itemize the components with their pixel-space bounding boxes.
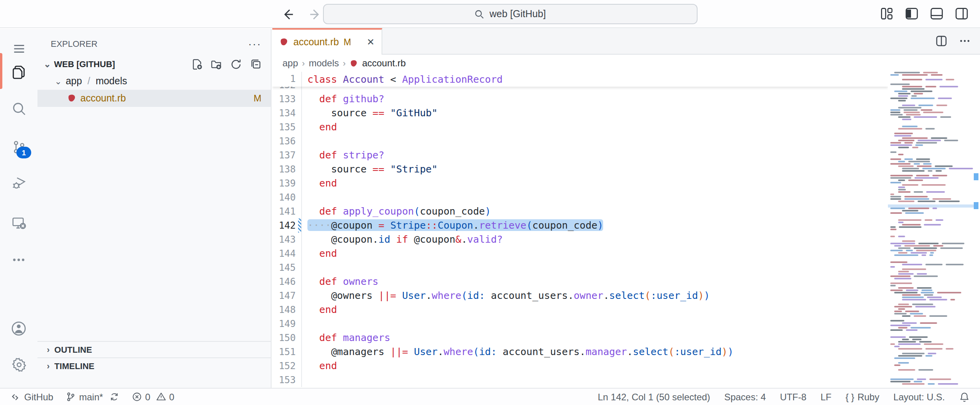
forward-arrow-icon[interactable] (307, 6, 323, 22)
code-line[interactable]: 144 end (272, 247, 888, 261)
line-number[interactable]: 143 (272, 233, 301, 247)
git-branch-status[interactable]: main* (66, 391, 119, 402)
search-view-icon[interactable] (0, 95, 37, 122)
explorer-icon[interactable] (0, 59, 37, 86)
line-number[interactable]: 144 (272, 247, 301, 261)
code-line[interactable]: 136 (272, 134, 888, 148)
line-content[interactable]: def managers (301, 331, 888, 345)
remote-explorer-icon[interactable] (0, 210, 37, 236)
refresh-icon[interactable] (230, 58, 242, 70)
line-content[interactable]: source == "GitHub" (301, 106, 888, 120)
line-number[interactable]: 133 (272, 92, 301, 106)
line-number[interactable]: 151 (272, 345, 301, 359)
line-number[interactable]: 136 (272, 134, 301, 148)
editor-more-actions-icon[interactable] (959, 35, 971, 47)
code-line[interactable]: 148 end (272, 303, 888, 317)
line-content[interactable]: ····@coupon = Stripe::Coupon.retrieve(co… (301, 218, 888, 233)
code-line[interactable]: 145 (272, 261, 888, 275)
problems-status[interactable]: 0 0 (132, 391, 174, 402)
line-content[interactable]: end (301, 303, 888, 317)
tree-item-account-rb[interactable]: account.rb M (37, 90, 271, 107)
encoding-status[interactable]: UTF-8 (780, 391, 806, 402)
line-content[interactable]: end (301, 176, 888, 190)
line-number[interactable]: 149 (272, 317, 301, 331)
line-number[interactable]: 141 (272, 204, 301, 218)
code-line[interactable]: 134 source == "GitHub" (272, 106, 888, 120)
breadcrumb-models[interactable]: models (309, 58, 339, 69)
line-number[interactable]: 150 (272, 331, 301, 345)
code-line[interactable]: 140 (272, 190, 888, 204)
breadcrumb-file[interactable]: account.rb (362, 58, 406, 69)
line-content[interactable] (301, 190, 888, 204)
tab-account-rb[interactable]: account.rb M ✕ (272, 28, 382, 55)
line-content[interactable] (301, 134, 888, 148)
code-line[interactable]: 150 def managers (272, 331, 888, 345)
run-debug-icon[interactable] (0, 169, 37, 196)
line-content[interactable]: source == "Stripe" (301, 162, 888, 176)
toggle-primary-sidebar-icon[interactable] (904, 6, 919, 21)
line-number[interactable]: 140 (272, 190, 301, 204)
minimap[interactable] (888, 72, 980, 388)
line-number[interactable]: 147 (272, 289, 301, 303)
line-content[interactable]: @coupon.id if @coupon&.valid? (301, 233, 888, 247)
code-line[interactable]: 133 def github? (272, 92, 888, 106)
source-control-icon[interactable]: 1 (0, 133, 37, 160)
line-content[interactable] (301, 317, 888, 331)
indentation-status[interactable]: Spaces: 4 (724, 391, 766, 402)
new-file-icon[interactable] (191, 58, 203, 70)
line-number[interactable]: 152 (272, 359, 301, 373)
split-editor-icon[interactable] (935, 34, 948, 48)
sticky-scroll-line[interactable]: 1 class Account < ApplicationRecord (272, 72, 888, 87)
line-content[interactable]: end (301, 247, 888, 261)
cursor-position-status[interactable]: Ln 142, Col 1 (50 selected) (598, 391, 710, 402)
line-content[interactable] (301, 261, 888, 275)
tab-close-icon[interactable]: ✕ (367, 37, 375, 48)
remote-indicator[interactable]: GitHub (10, 391, 53, 402)
keyboard-layout-status[interactable]: Layout: U.S. (893, 391, 945, 402)
code-line[interactable]: 151 @managers ||= User.where(id: account… (272, 345, 888, 359)
line-number[interactable]: 137 (272, 148, 301, 162)
code-line[interactable]: 143 @coupon.id if @coupon&.valid? (272, 233, 888, 247)
code-line[interactable]: 142····@coupon = Stripe::Coupon.retrieve… (272, 218, 888, 233)
line-content[interactable]: def github? (301, 92, 888, 106)
line-number[interactable]: 142 (272, 218, 301, 233)
line-content[interactable]: @owners ||= User.where(id: account_users… (301, 289, 888, 303)
customize-layout-icon[interactable] (879, 6, 894, 21)
line-content[interactable]: end (301, 359, 888, 373)
tree-item-app-models[interactable]: ⌄ app/models (37, 73, 271, 90)
command-center-search[interactable]: web [GitHub] (323, 4, 698, 24)
line-number[interactable]: 145 (272, 261, 301, 275)
code-line[interactable]: 139 end (272, 176, 888, 190)
line-number[interactable]: 153 (272, 373, 301, 387)
line-content[interactable]: @managers ||= User.where(id: account_use… (301, 345, 888, 359)
toggle-secondary-sidebar-icon[interactable] (954, 6, 969, 21)
language-mode-status[interactable]: { } Ruby (845, 391, 879, 402)
code-editor[interactable]: 132133 def github?134 source == "GitHub"… (272, 72, 888, 388)
line-number[interactable]: 138 (272, 162, 301, 176)
accounts-icon[interactable] (0, 315, 37, 342)
new-folder-icon[interactable] (211, 58, 222, 70)
collapse-all-icon[interactable] (250, 58, 261, 70)
back-arrow-icon[interactable] (279, 6, 295, 22)
line-content[interactable]: def stripe? (301, 148, 888, 162)
eol-status[interactable]: LF (820, 391, 831, 402)
line-number[interactable]: 139 (272, 176, 301, 190)
menu-icon[interactable] (0, 35, 37, 62)
code-line[interactable]: 138 source == "Stripe" (272, 162, 888, 176)
code-line[interactable]: 149 (272, 317, 888, 331)
line-number[interactable]: 134 (272, 106, 301, 120)
code-line[interactable]: 141 def apply_coupon(coupon_code) (272, 204, 888, 218)
code-line[interactable]: 152 end (272, 359, 888, 373)
sidebar-more-actions-icon[interactable]: ··· (248, 37, 261, 50)
outline-section[interactable]: › OUTLINE (37, 341, 271, 357)
code-line[interactable]: 147 @owners ||= User.where(id: account_u… (272, 289, 888, 303)
line-number[interactable]: 135 (272, 120, 301, 134)
code-line[interactable]: 137 def stripe? (272, 148, 888, 162)
line-content[interactable] (301, 373, 888, 387)
line-content[interactable]: def owners (301, 275, 888, 289)
toggle-panel-icon[interactable] (929, 6, 944, 21)
code-line[interactable]: 146 def owners (272, 275, 888, 289)
breadcrumb-app[interactable]: app (282, 58, 298, 69)
line-number[interactable]: 148 (272, 303, 301, 317)
more-views-icon[interactable] (0, 247, 37, 273)
